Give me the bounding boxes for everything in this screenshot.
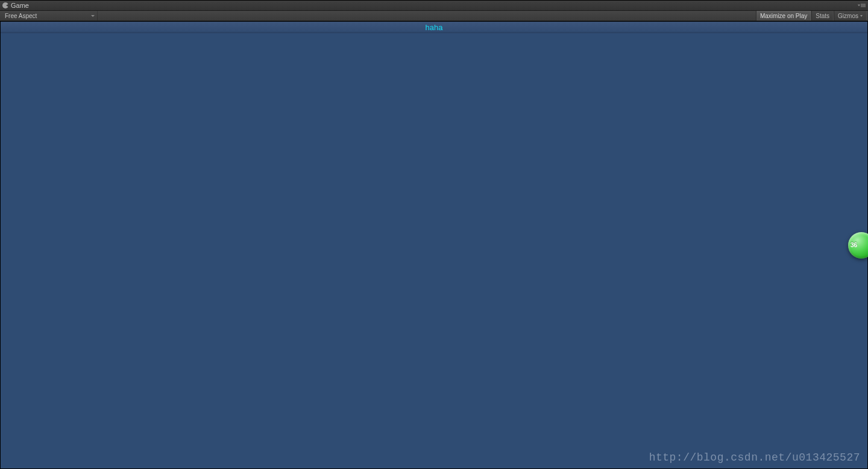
aspect-ratio-label: Free Aspect: [5, 13, 37, 19]
toolbar-right-group: Maximize on Play Stats Gizmos: [756, 11, 867, 20]
watermark-text: http://blog.csdn.net/u013425527: [649, 452, 860, 464]
gizmos-dropdown[interactable]: Gizmos: [834, 11, 867, 20]
stats-label: Stats: [816, 13, 829, 19]
stats-toggle[interactable]: Stats: [811, 11, 834, 20]
game-tab-icon: [2, 2, 8, 8]
game-tab[interactable]: Game: [0, 1, 33, 10]
gizmos-label: Gizmos: [838, 13, 858, 19]
maximize-on-play-label: Maximize on Play: [760, 13, 807, 19]
aspect-ratio-dropdown[interactable]: Free Aspect: [5, 11, 98, 20]
maximize-on-play-toggle[interactable]: Maximize on Play: [756, 11, 811, 20]
game-toolbar: Free Aspect Maximize on Play Stats Gizmo…: [0, 11, 868, 21]
game-ui-top-bar: haha: [1, 22, 867, 33]
game-viewport: haha 36 http://blog.csdn.net/u013425527: [0, 21, 868, 469]
floating-badge-text: 36: [851, 242, 857, 248]
window-menu-arrow-icon: [858, 4, 860, 7]
window-menu-lines-icon: [861, 4, 866, 7]
game-titlebar: Game: [0, 0, 868, 11]
chevron-down-icon: [91, 15, 95, 17]
chevron-down-icon: [860, 15, 863, 17]
game-ui-top-text: haha: [426, 23, 443, 32]
game-tab-label: Game: [11, 2, 29, 9]
window-menu-button[interactable]: [858, 4, 866, 7]
floating-badge[interactable]: 36: [848, 232, 868, 259]
